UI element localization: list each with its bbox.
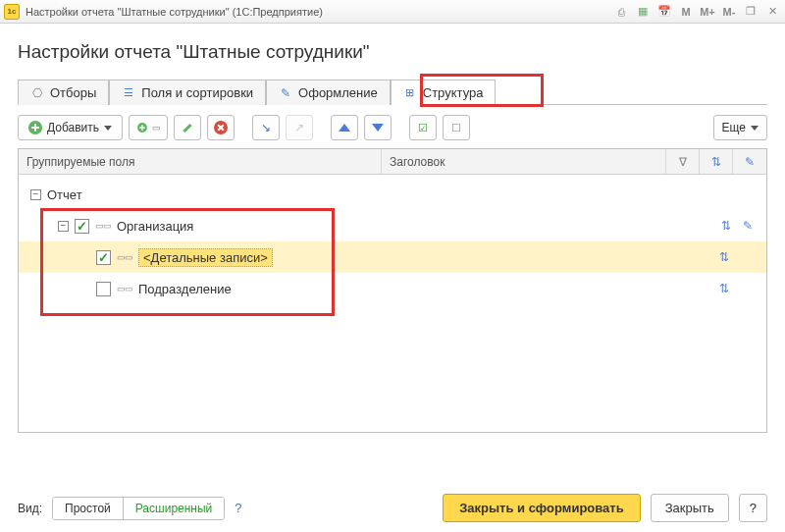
delete-button[interactable] (207, 115, 235, 140)
checkbox[interactable] (96, 282, 111, 296)
toolbar: Добавить ▭ ↘ ↗ ☑ ☐ (18, 115, 767, 140)
calendar-icon[interactable]: 📅 (655, 3, 673, 21)
group-icon: ▭▭ (95, 221, 111, 231)
move-into-button[interactable]: ↘ (252, 115, 280, 140)
hierarchy-in-icon: ↘ (261, 121, 271, 134)
close-button[interactable]: Закрыть (651, 494, 729, 522)
add-button[interactable]: Добавить (18, 115, 123, 140)
arrow-up-icon (339, 124, 350, 132)
plus-icon (28, 121, 42, 134)
tab-structure[interactable]: ⊞ Структура (391, 80, 497, 105)
hierarchy-out-icon: ↗ (294, 121, 304, 134)
more-button[interactable]: Еще (713, 115, 767, 140)
mem-m-plus[interactable]: M+ (699, 3, 716, 21)
print-icon[interactable]: ⎙ (612, 3, 630, 21)
tab-label: Оформление (298, 85, 378, 100)
tab-label: Поля и сортировки (141, 85, 253, 100)
tree-icon: ⊞ (403, 86, 417, 100)
check-all-icon: ☑ (418, 122, 428, 134)
pencil-icon (181, 121, 194, 134)
group-icon: ▭▭ (117, 252, 132, 262)
titlebar: 1c Настройки отчета "Штатные сотрудники"… (0, 0, 785, 24)
tabs: ⎔ Отборы ☰ Поля и сортировки ✎ Оформлени… (18, 79, 767, 105)
view-mode-toggle: Простой Расширенный (52, 497, 225, 520)
brush-icon: ✎ (745, 155, 755, 169)
edit-button[interactable] (174, 115, 201, 140)
tree-table: Группируемые поля Заголовок ∇ ⇅ ✎ − Отче… (18, 148, 767, 433)
close-and-generate-button[interactable]: Закрыть и сформировать (443, 494, 641, 522)
checkbox[interactable] (96, 250, 111, 265)
page-title: Настройки отчета "Штатные сотрудники" (18, 41, 767, 63)
row-label: Подразделение (138, 282, 232, 296)
window-restore-icon[interactable]: ❐ (742, 3, 759, 21)
tab-filters[interactable]: ⎔ Отборы (18, 80, 109, 105)
app-icon: 1c (4, 4, 20, 20)
arrow-down-icon (372, 124, 384, 132)
chevron-down-icon (104, 126, 112, 131)
row-label: Организация (117, 219, 193, 234)
mem-m-minus[interactable]: M- (720, 3, 738, 21)
cross-icon (214, 121, 228, 134)
col-appearance[interactable]: ✎ (733, 149, 766, 174)
funnel-icon: ⎔ (30, 86, 44, 100)
add-group-button[interactable]: ▭ (129, 115, 168, 140)
uncheck-all-button[interactable]: ☐ (443, 115, 470, 140)
grid-icon[interactable]: ▦ (634, 3, 652, 21)
tab-fields[interactable]: ☰ Поля и сортировки (109, 80, 266, 105)
sort-icon[interactable]: ⇅ (721, 219, 731, 233)
tree-row-division[interactable]: ▭▭ Подразделение ⇅ (19, 273, 766, 304)
mem-m[interactable]: M (677, 3, 695, 21)
tab-label: Отборы (50, 85, 96, 100)
view-simple[interactable]: Простой (53, 498, 124, 519)
row-label: <Детальные записи> (138, 248, 273, 267)
sort-icon[interactable]: ⇅ (719, 250, 729, 264)
tree-row-report[interactable]: − Отчет (19, 179, 766, 210)
funnel-icon: ∇ (679, 155, 687, 169)
col-title[interactable]: Заголовок (382, 149, 666, 174)
move-up-button[interactable] (331, 115, 358, 140)
footer: Вид: Простой Расширенный ? Закрыть и сфо… (18, 494, 767, 522)
help-button[interactable]: ? (739, 494, 767, 522)
row-label: Отчет (47, 187, 82, 202)
add-label: Добавить (47, 121, 99, 134)
sort-icon[interactable]: ⇅ (719, 282, 729, 295)
view-advanced[interactable]: Расширенный (124, 498, 225, 519)
checkbox[interactable] (75, 219, 89, 234)
brush-icon[interactable]: ✎ (743, 219, 753, 233)
tree-row-organization[interactable]: − ▭▭ Организация ⇅ ✎ (19, 210, 766, 241)
chevron-down-icon (751, 126, 759, 131)
help-link[interactable]: ? (235, 501, 241, 515)
col-sort[interactable]: ⇅ (700, 149, 733, 174)
expander-icon[interactable]: − (30, 189, 41, 200)
move-down-button[interactable] (364, 115, 392, 140)
tree-body: − Отчет − ▭▭ Организация ⇅ ✎ (19, 175, 766, 432)
plus-icon (137, 123, 147, 133)
expander-icon[interactable]: − (58, 221, 69, 232)
fields-icon: ☰ (122, 86, 135, 100)
brush-icon: ✎ (279, 86, 292, 100)
tab-appearance[interactable]: ✎ Оформление (266, 80, 391, 105)
window-title: Настройки отчета "Штатные сотрудники" (1… (26, 6, 612, 18)
tree-header: Группируемые поля Заголовок ∇ ⇅ ✎ (19, 149, 766, 175)
tree-row-details[interactable]: ▭▭ <Детальные записи> ⇅ (19, 241, 766, 273)
group-icon: ▭▭ (117, 284, 132, 293)
view-label: Вид: (18, 502, 42, 515)
move-out-button[interactable]: ↗ (286, 115, 313, 140)
check-all-button[interactable]: ☑ (409, 115, 437, 140)
tab-label: Структура (423, 85, 484, 100)
col-filter[interactable]: ∇ (666, 149, 700, 174)
window-close-icon[interactable]: ✕ (763, 3, 781, 21)
group-glyph: ▭ (152, 123, 161, 133)
uncheck-all-icon: ☐ (451, 122, 461, 134)
sort-icon: ⇅ (711, 155, 721, 169)
col-group-fields[interactable]: Группируемые поля (19, 149, 382, 174)
more-label: Еще (722, 121, 746, 134)
